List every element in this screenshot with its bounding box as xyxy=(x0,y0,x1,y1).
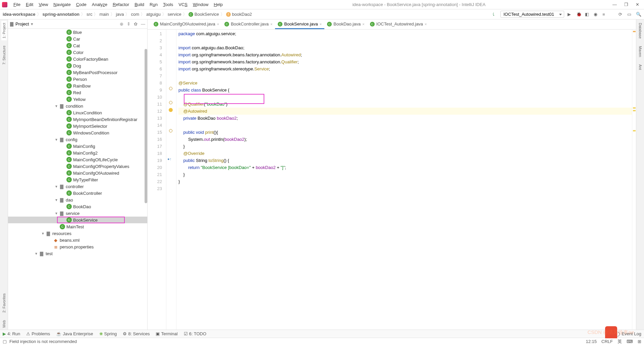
breadcrumb[interactable]: idea-workspace〉 spring-annotation〉 src〉 … xyxy=(3,11,252,17)
debug-button[interactable]: 🐞 xyxy=(576,12,582,17)
fold-marker[interactable] xyxy=(169,87,172,90)
close-icon[interactable]: × xyxy=(217,22,219,26)
tree-item[interactable]: ColorFactoryBean xyxy=(73,57,108,62)
tree-item[interactable]: Red xyxy=(73,90,81,95)
menu-tools[interactable]: Tools xyxy=(160,2,176,7)
menu-help[interactable]: Help xyxy=(211,2,225,7)
profile-button[interactable]: ◉ xyxy=(594,12,599,17)
structure-tool-tab[interactable]: 7: Structure xyxy=(1,44,7,67)
bc-com[interactable]: com xyxy=(131,12,139,17)
warning-marker[interactable] xyxy=(633,130,636,131)
run-tool[interactable]: ▶4: Run xyxy=(3,331,20,336)
marker-gutter[interactable]: ●↑ xyxy=(166,30,176,330)
minimize-button[interactable]: — xyxy=(612,2,617,7)
bc-java[interactable]: java xyxy=(116,12,124,17)
tree-item[interactable]: WindowsCondition xyxy=(73,130,109,135)
warning-marker[interactable] xyxy=(633,31,636,32)
tree-item[interactable]: Car xyxy=(73,37,80,42)
hide-icon[interactable]: — xyxy=(141,21,145,26)
tree-package[interactable]: config xyxy=(66,137,77,142)
database-tool-tab[interactable]: Database xyxy=(638,21,643,41)
close-button[interactable]: ✕ xyxy=(636,2,639,7)
editor-tab[interactable]: CMainConifgOfAutowired.java× xyxy=(151,20,222,29)
tree-package[interactable]: controller xyxy=(66,184,84,189)
menu-window[interactable]: Window xyxy=(190,2,211,7)
editor-tab[interactable]: CIOCTest_Autowired.java× xyxy=(367,20,430,29)
menu-run[interactable]: Run xyxy=(147,2,160,7)
expand-arrow[interactable] xyxy=(40,232,46,235)
tree-item[interactable]: MainConfig2 xyxy=(73,151,98,156)
problems-tool[interactable]: ⚠Problems xyxy=(26,331,50,336)
editor-tab[interactable]: CBookDao.java× xyxy=(324,20,367,29)
expand-arrow[interactable] xyxy=(54,185,59,188)
menu-navigate[interactable]: Navigate xyxy=(51,2,73,7)
editor-tab[interactable]: CBookController.java× xyxy=(222,20,275,29)
menu-vcs[interactable]: VCS xyxy=(176,2,190,7)
encoding-indicator[interactable]: 英 xyxy=(618,339,622,345)
project-tree[interactable]: CBlue CCar CCat CColor CColorFactoryBean… xyxy=(8,29,147,330)
panel-title[interactable]: Project xyxy=(15,21,29,26)
maximize-button[interactable]: ❐ xyxy=(624,2,628,7)
tree-item[interactable]: MainConfigOfPropertyValues xyxy=(73,164,129,169)
tree-package[interactable]: condition xyxy=(66,104,83,109)
structure-icon[interactable]: ▭ xyxy=(627,12,633,17)
tree-item[interactable]: Dog xyxy=(73,63,81,68)
ime-indicator[interactable]: ⌨ xyxy=(627,339,633,344)
tree-item[interactable]: beans.xml xyxy=(60,238,79,243)
tree-item-selected[interactable]: BookService xyxy=(73,218,98,223)
bc-project[interactable]: idea-workspace xyxy=(3,12,36,17)
tree-item[interactable]: MyImportBeanDefinitionRegistrar xyxy=(73,117,137,122)
override-marker-icon[interactable]: ●↑ xyxy=(167,157,171,161)
close-icon[interactable]: × xyxy=(320,22,322,26)
tree-item[interactable]: person.properties xyxy=(60,244,94,249)
expand-icon[interactable]: ⇕ xyxy=(127,21,130,26)
tree-item[interactable]: MainConfigOfLifeCycle xyxy=(73,157,118,162)
tree-item[interactable]: MainConfig xyxy=(73,144,95,149)
run-button[interactable]: ▶ xyxy=(568,12,573,17)
todo-tool[interactable]: ☑6: TODO xyxy=(184,331,207,336)
cursor-position[interactable]: 12:15 xyxy=(586,339,597,344)
bc-service[interactable]: service xyxy=(168,12,181,17)
fold-marker[interactable] xyxy=(169,101,172,104)
fold-marker[interactable] xyxy=(169,129,172,132)
warning-marker[interactable] xyxy=(633,107,636,109)
ant-tool-tab[interactable]: Ant xyxy=(638,62,643,72)
menu-view[interactable]: View xyxy=(36,2,51,7)
services-tool[interactable]: ⚙8: Services xyxy=(123,331,150,336)
warning-marker[interactable] xyxy=(633,110,636,111)
editor-tab-active[interactable]: CBookService.java× xyxy=(275,20,324,29)
tree-item[interactable]: MyImportSelector xyxy=(73,124,107,129)
stop-button[interactable]: ■ xyxy=(602,12,608,17)
indicator-icon[interactable]: ⊞ xyxy=(638,339,641,344)
close-icon[interactable]: × xyxy=(425,22,427,26)
tree-folder[interactable]: resources xyxy=(52,231,71,236)
tree-package[interactable]: service xyxy=(66,211,79,216)
tree-item[interactable]: Blue xyxy=(73,30,82,35)
settings-icon[interactable]: ✿ xyxy=(134,21,138,26)
tree-item[interactable]: MyTypeFilter xyxy=(73,177,98,182)
expand-arrow[interactable] xyxy=(54,104,59,108)
menu-edit[interactable]: Edit xyxy=(23,2,36,7)
coverage-button[interactable]: ◧ xyxy=(585,12,590,17)
bc-main[interactable]: main xyxy=(99,12,109,17)
maven-tool-tab[interactable]: Maven xyxy=(638,44,643,59)
update-button[interactable]: ⟳ xyxy=(619,12,624,17)
tree-item[interactable]: MainConifgOfAutowired xyxy=(73,171,119,176)
line-separator[interactable]: CRLF xyxy=(601,339,613,344)
expand-arrow[interactable] xyxy=(34,252,39,255)
bc-module[interactable]: spring-annotation xyxy=(43,12,80,17)
search-icon[interactable]: 🔍 xyxy=(636,12,641,17)
java-ee-tool[interactable]: ☕Java Enterprise xyxy=(56,331,93,336)
favorites-tool-tab[interactable]: 2: Favorites xyxy=(1,291,7,314)
menu-analyze[interactable]: Analyze xyxy=(89,2,110,7)
close-icon[interactable]: × xyxy=(362,22,364,26)
tree-scrollbar-thumb[interactable] xyxy=(145,49,147,203)
project-tool-tab[interactable]: 1: Project xyxy=(1,21,7,40)
menu-file[interactable]: File xyxy=(11,2,23,7)
tree-item[interactable]: Yellow xyxy=(73,97,86,102)
menu-code[interactable]: Code xyxy=(73,2,89,7)
expand-arrow[interactable] xyxy=(54,212,59,215)
bc-class[interactable]: BookService xyxy=(195,12,219,17)
tree-item[interactable]: MyBeanPostProcessor xyxy=(73,70,117,75)
tree-item[interactable]: Color xyxy=(73,50,84,55)
